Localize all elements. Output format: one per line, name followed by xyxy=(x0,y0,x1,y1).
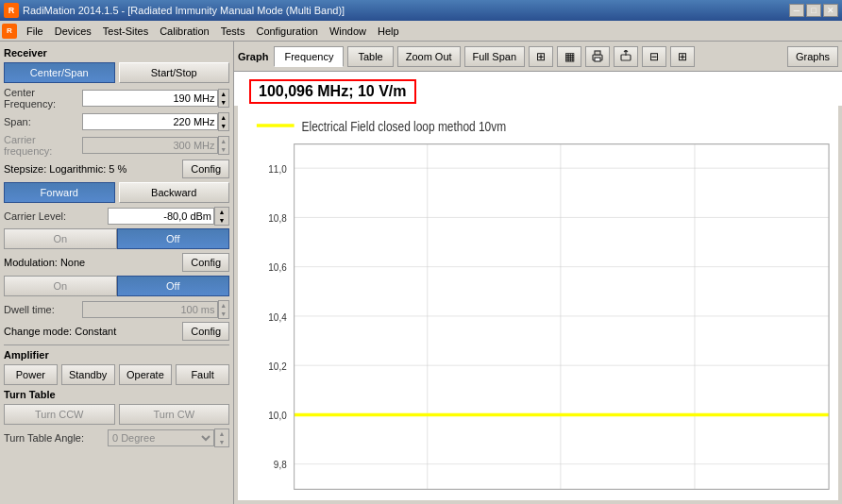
fault-button[interactable]: Fault xyxy=(176,364,229,385)
svg-text:9,8: 9,8 xyxy=(274,459,287,471)
svg-text:10,2: 10,2 xyxy=(268,360,286,372)
turn-ccw-button[interactable]: Turn CCW xyxy=(4,404,115,425)
svg-text:10,4: 10,4 xyxy=(268,311,286,323)
maximize-button[interactable]: □ xyxy=(806,4,821,17)
right-panel: Graph Frequency Table Zoom Out Full Span… xyxy=(234,42,842,504)
power-button[interactable]: Power xyxy=(4,364,58,385)
modulation-config-button[interactable]: Config xyxy=(182,253,229,272)
center-freq-spinner[interactable]: ▲ ▼ xyxy=(218,89,230,108)
angle-spinner[interactable]: ▲ ▼ xyxy=(214,428,229,447)
turn-table-angle-select[interactable]: 0 Degree xyxy=(108,429,214,446)
title-bar-text: RadiMation 2014.1.5 - [Radiated Immunity… xyxy=(23,5,789,16)
angle-row: Turn Table Angle: 0 Degree ▲ ▼ xyxy=(4,428,229,447)
amplifier-section: Amplifier Power Standby Operate Fault xyxy=(4,349,229,385)
dwell-time-input xyxy=(82,301,218,318)
turntable-buttons: Turn CCW Turn CW xyxy=(4,404,229,425)
menu-file[interactable]: File xyxy=(21,24,49,39)
center-freq-label: Center Frequency: xyxy=(4,87,82,109)
left-panel: Receiver Center/Span Start/Stop Center F… xyxy=(0,42,234,504)
menu-calibration[interactable]: Calibration xyxy=(154,24,215,39)
graph-label: Graph xyxy=(238,51,268,62)
minimize-button[interactable]: ─ xyxy=(789,4,804,17)
print-icon[interactable] xyxy=(585,46,610,67)
svg-text:10,8: 10,8 xyxy=(268,211,286,224)
menu-window[interactable]: Window xyxy=(324,24,372,39)
menu-bar: R File Devices Test-Sites Calibration Te… xyxy=(0,21,842,42)
title-bar-buttons: ─ □ ✕ xyxy=(789,4,838,17)
start-stop-button[interactable]: Start/Stop xyxy=(119,62,230,83)
carrier-freq-label: Carrier frequency: xyxy=(4,134,82,157)
modulation-on-off-group: On Off xyxy=(4,276,229,296)
center-span-row: Center/Span Start/Stop xyxy=(4,62,229,83)
export-icon[interactable] xyxy=(614,46,638,67)
stepsize-label: Stepsize: Logarithmic: 5 % xyxy=(4,163,182,175)
carrier-level-input[interactable] xyxy=(108,208,214,225)
carrier-on-button[interactable]: On xyxy=(4,228,117,249)
center-freq-row: Center Frequency: ▲ ▼ xyxy=(4,87,229,109)
menu-help[interactable]: Help xyxy=(372,24,405,39)
carrier-freq-row: Carrier frequency: ▲ ▼ xyxy=(4,134,229,157)
graph-area: Electrical Field closed loop method 10vm… xyxy=(238,106,838,500)
svg-rect-2 xyxy=(595,58,600,61)
change-mode-config-button[interactable]: Config xyxy=(182,322,229,341)
menu-tests[interactable]: Tests xyxy=(215,24,251,39)
svg-text:10,0: 10,0 xyxy=(268,409,286,421)
carrier-on-off-group: On Off xyxy=(4,228,229,249)
standby-button[interactable]: Standby xyxy=(61,364,115,385)
change-mode-label: Change mode: Constant xyxy=(4,326,182,337)
modulation-off-button[interactable]: Off xyxy=(117,276,230,296)
carrier-off-button[interactable]: Off xyxy=(117,228,230,249)
table-tab[interactable]: Table xyxy=(347,46,393,67)
dwell-time-row: Dwell time: ▲ ▼ xyxy=(4,300,229,319)
graph-toolbar: Graph Frequency Table Zoom Out Full Span… xyxy=(234,42,842,72)
span-row: Span: ▲ ▼ xyxy=(4,112,229,131)
turn-cw-button[interactable]: Turn CW xyxy=(119,404,230,425)
grid-icon-2[interactable]: ▦ xyxy=(557,46,581,67)
svg-rect-4 xyxy=(238,106,838,500)
stepsize-config-button[interactable]: Config xyxy=(182,160,229,178)
svg-text:Electrical Field closed loop m: Electrical Field closed loop method 10vm xyxy=(302,119,506,134)
forward-button[interactable]: Forward xyxy=(4,182,115,203)
zoom-out-button[interactable]: Zoom Out xyxy=(397,46,461,67)
app-icon: R xyxy=(4,3,19,18)
turntable-section: Turn Table Turn CCW Turn CW Turn Table A… xyxy=(4,389,229,447)
amplifier-title: Amplifier xyxy=(4,349,229,361)
menu-test-sites[interactable]: Test-Sites xyxy=(97,24,154,39)
menu-devices[interactable]: Devices xyxy=(49,24,97,39)
turn-table-angle-label: Turn Table Angle: xyxy=(4,432,108,444)
freq-display: 100,096 MHz; 10 V/m xyxy=(249,79,416,104)
modulation-row: Modulation: None Config xyxy=(4,253,229,272)
change-mode-row: Change mode: Constant Config xyxy=(4,322,229,341)
divider-1 xyxy=(4,344,229,345)
carrier-freq-spinner: ▲ ▼ xyxy=(218,136,230,155)
svg-rect-1 xyxy=(595,51,600,55)
svg-text:10,6: 10,6 xyxy=(268,261,286,274)
span-input[interactable] xyxy=(82,113,218,130)
graphs-button[interactable]: Graphs xyxy=(787,46,838,67)
title-bar: R RadiMation 2014.1.5 - [Radiated Immuni… xyxy=(0,0,842,21)
grid-icon-3[interactable]: ⊟ xyxy=(642,46,666,67)
close-button[interactable]: ✕ xyxy=(823,4,838,17)
span-label: Span: xyxy=(4,116,82,127)
stepsize-row: Stepsize: Logarithmic: 5 % Config xyxy=(4,160,229,178)
receiver-title: Receiver xyxy=(4,47,229,59)
span-spinner[interactable]: ▲ ▼ xyxy=(218,112,230,131)
amplifier-buttons: Power Standby Operate Fault xyxy=(4,364,229,385)
backward-button[interactable]: Backward xyxy=(119,182,230,203)
carrier-level-label: Carrier Level: xyxy=(4,210,108,222)
center-span-button[interactable]: Center/Span xyxy=(4,62,115,83)
svg-text:11,0: 11,0 xyxy=(268,162,286,175)
forward-backward-row: Forward Backward xyxy=(4,182,229,203)
modulation-on-button[interactable]: On xyxy=(4,276,117,296)
chart-svg: Electrical Field closed loop method 10vm… xyxy=(238,106,838,500)
frequency-tab[interactable]: Frequency xyxy=(274,46,344,67)
grid-icon-1[interactable]: ⊞ xyxy=(529,46,553,67)
grid-icon-4[interactable]: ⊞ xyxy=(670,46,695,67)
full-span-button[interactable]: Full Span xyxy=(464,46,525,67)
menu-configuration[interactable]: Configuration xyxy=(250,24,323,39)
operate-button[interactable]: Operate xyxy=(119,364,173,385)
carrier-level-spinner[interactable]: ▲ ▼ xyxy=(214,207,229,226)
turntable-title: Turn Table xyxy=(4,389,229,400)
main-area: Receiver Center/Span Start/Stop Center F… xyxy=(0,42,842,504)
center-freq-input[interactable] xyxy=(82,90,218,107)
